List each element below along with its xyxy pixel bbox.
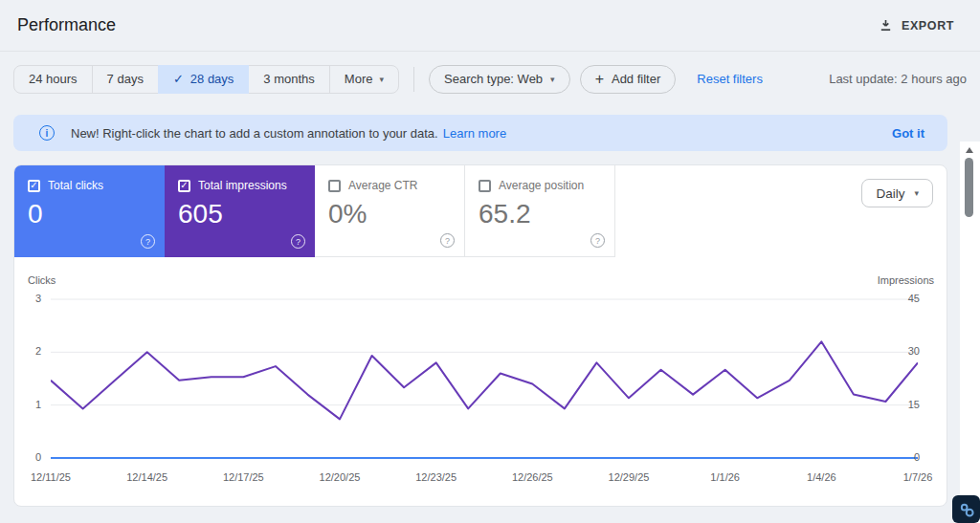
total-clicks-checkbox[interactable]: ✓: [28, 180, 40, 192]
link-icon: [957, 500, 976, 519]
x-axis-tick: 12/20/25: [309, 471, 370, 483]
total-clicks-value: 0: [28, 199, 165, 229]
x-axis-tick: 12/17/25: [212, 471, 274, 483]
average-position-checkbox[interactable]: [479, 180, 491, 192]
chip-label: 3 months: [263, 72, 314, 86]
help-icon[interactable]: ?: [291, 234, 305, 249]
average-ctr-value: 0%: [328, 199, 464, 229]
card-label: Total impressions: [198, 179, 287, 192]
chip-7-days[interactable]: 7 days: [92, 65, 159, 94]
average-ctr-card[interactable]: Average CTR 0% ?: [315, 165, 465, 257]
add-filter-button[interactable]: + Add filter: [580, 65, 677, 94]
filter-separator: [413, 67, 414, 92]
x-axis-tick: 1/7/26: [887, 471, 948, 483]
performance-page: Performance EXPORT 24 hours 7 days ✓ 28 …: [0, 0, 980, 523]
chip-3-months[interactable]: 3 months: [248, 65, 329, 94]
left-axis-title: Clicks: [28, 274, 56, 286]
granularity-label: Daily: [876, 186, 904, 201]
chip-label: 24 hours: [29, 72, 78, 86]
got-it-button[interactable]: Got it: [892, 126, 924, 141]
help-icon[interactable]: ?: [141, 234, 155, 249]
card-label: Average position: [499, 179, 584, 192]
chip-24-hours[interactable]: 24 hours: [13, 65, 93, 94]
right-axis-tick: 15: [887, 399, 920, 410]
chip-label: More: [345, 72, 373, 86]
left-axis-tick: 1: [14, 399, 41, 410]
check-icon: ✓: [173, 72, 184, 86]
date-range-group: 24 hours 7 days ✓ 28 days 3 months More …: [13, 65, 399, 94]
header-divider: [0, 51, 980, 52]
help-icon[interactable]: ?: [440, 233, 455, 248]
total-impressions-line: [51, 341, 918, 419]
chip-label: 28 days: [190, 72, 234, 86]
learn-more-link[interactable]: Learn more: [443, 126, 506, 141]
scroll-up-arrow-icon[interactable]: [966, 147, 973, 153]
total-impressions-value: 605: [178, 199, 315, 229]
total-impressions-checkbox[interactable]: ✓: [178, 180, 190, 192]
filter-bar: 24 hours 7 days ✓ 28 days 3 months More …: [13, 64, 967, 94]
banner-text: New! Right-click the chart to add a cust…: [71, 126, 438, 141]
metric-cards-row: ✓ Total clicks 0 ? ✓ Total impressions 6…: [14, 165, 947, 257]
last-update-text: Last update: 2 hours ago: [829, 72, 967, 86]
chevron-down-icon: ▾: [550, 75, 555, 84]
right-axis-tick: 30: [887, 345, 920, 357]
reset-filters-link[interactable]: Reset filters: [697, 72, 763, 86]
scrollbar-thumb[interactable]: [965, 158, 973, 217]
x-axis-tick: 1/1/26: [695, 471, 756, 483]
scrollbar-track[interactable]: [960, 142, 980, 523]
right-axis-tick: 0: [887, 451, 920, 463]
right-axis-title: Impressions: [857, 274, 934, 286]
page-title: Performance: [17, 15, 116, 35]
chip-more[interactable]: More ▾: [329, 65, 399, 94]
right-axis-tick: 45: [887, 293, 920, 304]
x-axis-tick: 12/29/25: [598, 471, 659, 483]
search-type-label: Search type: Web: [444, 72, 543, 86]
performance-panel: ✓ Total clicks 0 ? ✓ Total impressions 6…: [13, 164, 947, 507]
plus-icon: +: [595, 71, 604, 88]
export-label: EXPORT: [902, 19, 954, 33]
x-axis-tick: 12/26/25: [501, 471, 563, 483]
chevron-down-icon: ▾: [379, 75, 384, 84]
page-header: Performance EXPORT: [0, 0, 980, 51]
chart-region: Clicks Impressions 0123015304512/11/2512…: [14, 257, 947, 506]
total-impressions-card[interactable]: ✓ Total impressions 605 ?: [165, 165, 315, 257]
total-clicks-card[interactable]: ✓ Total clicks 0 ?: [14, 165, 165, 257]
help-icon[interactable]: ?: [590, 233, 605, 248]
export-button[interactable]: EXPORT: [879, 18, 954, 33]
left-axis-tick: 3: [14, 293, 41, 304]
average-position-value: 65.2: [479, 199, 614, 229]
average-position-card[interactable]: Average position 65.2 ?: [465, 165, 615, 257]
left-axis-tick: 0: [14, 451, 41, 463]
chevron-down-icon: ▾: [914, 188, 919, 198]
info-icon: i: [39, 125, 55, 141]
x-axis-tick: 1/4/26: [791, 471, 852, 483]
average-ctr-checkbox[interactable]: [328, 180, 341, 192]
search-type-dropdown[interactable]: Search type: Web ▾: [429, 65, 570, 94]
chip-label: 7 days: [107, 72, 144, 86]
chart-canvas[interactable]: [51, 290, 918, 468]
x-axis-tick: 12/11/25: [20, 471, 81, 483]
link-badge[interactable]: [952, 495, 980, 523]
download-icon: [879, 18, 893, 33]
annotation-banner: i New! Right-click the chart to add a cu…: [13, 115, 947, 151]
card-label: Average CTR: [348, 179, 417, 192]
card-label: Total clicks: [48, 179, 103, 192]
x-axis-tick: 12/14/25: [117, 471, 178, 483]
granularity-dropdown[interactable]: Daily ▾: [861, 179, 933, 207]
left-axis-tick: 2: [14, 345, 41, 357]
chip-28-days[interactable]: ✓ 28 days: [158, 65, 249, 94]
add-filter-label: Add filter: [612, 72, 660, 86]
x-axis-tick: 12/23/25: [406, 471, 467, 483]
